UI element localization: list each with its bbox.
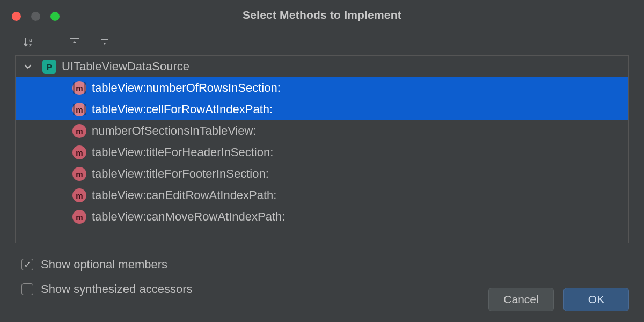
method-name: numberOfSectionsInTableView: <box>92 124 257 138</box>
implement-methods-dialog: Select Methods to Implement a z <box>0 0 644 322</box>
method-name: tableView:titleForHeaderInSection: <box>92 145 273 159</box>
chevron-down-icon[interactable] <box>23 62 33 71</box>
method-badge-icon: m <box>72 103 86 116</box>
cancel-button[interactable]: Cancel <box>488 288 554 311</box>
method-name: tableView:numberOfRowsInSection: <box>92 81 281 95</box>
method-name: tableView:cellForRowAtIndexPath: <box>92 103 273 116</box>
button-bar: Cancel OK <box>488 288 629 311</box>
titlebar: Select Methods to Implement <box>0 0 644 30</box>
close-window-button[interactable] <box>12 12 21 21</box>
zoom-window-button[interactable] <box>50 12 60 21</box>
method-row[interactable]: mtableView:canMoveRowAtIndexPath: <box>16 206 628 228</box>
minimize-window-button[interactable] <box>31 12 40 21</box>
method-badge-icon: m <box>72 81 86 95</box>
protocol-name: UITableViewDataSource <box>62 60 189 74</box>
method-badge-icon: m <box>72 167 86 181</box>
protocol-badge-icon: P <box>42 60 56 74</box>
toolbar-separator <box>52 35 52 50</box>
toolbar: a z <box>0 30 644 55</box>
method-row[interactable]: mtableView:titleForFooterInSection: <box>16 163 628 185</box>
method-row[interactable]: mtableView:numberOfRowsInSection: <box>16 77 628 99</box>
show-optional-label: Show optional members <box>41 258 167 272</box>
show-synthesized-label: Show synthesized accessors <box>41 282 192 296</box>
method-row[interactable]: mtableView:titleForHeaderInSection: <box>16 142 628 163</box>
method-row[interactable]: mtableView:cellForRowAtIndexPath: <box>16 99 628 120</box>
ok-button[interactable]: OK <box>564 288 629 311</box>
expand-all-icon[interactable] <box>67 35 82 50</box>
checkbox-icon[interactable] <box>21 283 33 295</box>
method-badge-icon: m <box>72 145 86 159</box>
method-name: tableView:canMoveRowAtIndexPath: <box>92 210 285 224</box>
svg-text:z: z <box>29 42 32 48</box>
collapse-all-icon[interactable] <box>97 35 112 50</box>
protocol-row[interactable]: P UITableViewDataSource <box>16 56 628 77</box>
dialog-title: Select Methods to Implement <box>0 9 644 21</box>
method-badge-icon: m <box>72 124 86 138</box>
method-tree[interactable]: P UITableViewDataSource mtableView:numbe… <box>15 55 629 243</box>
method-name: tableView:titleForFooterInSection: <box>92 167 269 181</box>
window-controls <box>12 12 60 21</box>
method-row[interactable]: mnumberOfSectionsInTableView: <box>16 120 628 142</box>
method-name: tableView:canEditRowAtIndexPath: <box>92 188 276 202</box>
method-row[interactable]: mtableView:canEditRowAtIndexPath: <box>16 185 628 206</box>
method-badge-icon: m <box>72 210 86 224</box>
show-optional-checkbox-row[interactable]: Show optional members <box>21 254 629 275</box>
method-badge-icon: m <box>72 188 86 202</box>
checkbox-icon[interactable] <box>21 259 33 270</box>
sort-alpha-icon[interactable]: a z <box>21 35 36 50</box>
dialog-footer: Show optional members Show synthesized a… <box>0 243 644 322</box>
